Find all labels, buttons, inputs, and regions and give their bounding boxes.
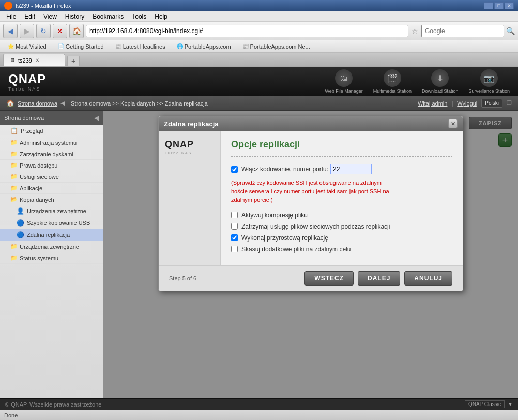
compression-checkbox[interactable] [231,212,238,218]
nav-web-file-manager[interactable]: 🗂 Web File Manager [325,69,362,94]
sidebar-label-kopia: Kopia danych [20,197,54,203]
admin-folder-icon: 📁 [10,139,18,146]
star-icon[interactable]: ☆ [412,27,418,35]
sidebar-item-dyski[interactable]: 📁 Zarządzanie dyskami [0,148,103,160]
qnap-content: Strona domowa ◀ 📋 Przegląd 📁 Administrac… [0,111,518,398]
nav-label-surveillance: Surveillance Station [468,88,510,94]
multimedia-station-icon: 🎬 [384,69,401,87]
tab-label: ts239 [18,57,32,64]
menu-file[interactable]: File [2,12,20,21]
sidebar-label-urzadzenia: Urządzenia zewnętrzne [27,208,86,214]
sidebar-item-kopia[interactable]: 📂 Kopia danych [0,194,103,205]
step-text: Step 5 of 6 [169,275,196,281]
topbar-collapse-btn[interactable]: ◀ [60,100,65,107]
window-controls[interactable]: _ □ ✕ [484,2,514,9]
back-button[interactable]: WSTECZ [304,271,354,286]
footer-classic-btn[interactable]: QNAP Classic [465,400,505,408]
new-tab-button[interactable]: + [67,56,80,66]
forward-button[interactable]: ▶ [20,24,34,38]
delete-checkbox[interactable] [231,246,238,252]
home-button[interactable]: 🏠 [69,24,84,38]
encryption-checkbox[interactable] [231,166,238,173]
maximize-button[interactable]: □ [494,2,504,9]
stop-service-checkbox[interactable] [231,223,238,230]
footer-copyright: © QNAP, Wszelkie prawa zastrzeżone [5,401,101,408]
nav-label-web-file: Web File Manager [325,88,362,94]
modal-buttons: WSTECZ DALEJ ANULUJ [304,271,452,286]
reload-button[interactable]: ↻ [36,24,51,38]
sidebar-toggle[interactable]: Strona domowa ◀ [0,111,103,125]
cancel-button[interactable]: ANULUJ [404,271,452,286]
nav-multimedia-station[interactable]: 🎬 Multimedia Station [373,69,412,94]
topbar-expand-icon[interactable]: ❐ [507,100,512,107]
sidebar-item-status[interactable]: 📁 Status systemu [0,252,103,264]
language-selector[interactable]: Polski [481,99,502,108]
qnap-header: QNAP Turbo NAS 🗂 Web File Manager 🎬 Mult… [0,67,518,96]
modal-sidebar-logo: QNAP Turbo NAS [159,131,221,265]
bookmark-headlines[interactable]: 📰 Latest Headlines [111,41,170,52]
przeglad-icon: 📋 [10,127,18,134]
nav-surveillance-station[interactable]: 📷 Surveillance Station [468,69,510,94]
qnap-subtitle: Turbo NAS [8,86,46,92]
back-button[interactable]: ◀ [3,24,18,38]
option-row-delete: Skasuj dodatkowe pliki na zdalnym celu [231,246,452,253]
menu-help[interactable]: Help [150,12,172,21]
sidebar-item-zdalna[interactable]: 🔵 Zdalna replikacja [0,229,103,241]
menu-history[interactable]: History [61,12,88,21]
surveillance-station-icon: 📷 [480,69,498,87]
sidebar-item-przeglad[interactable]: 📋 Przegląd [0,125,103,137]
stop-button[interactable]: ✕ [53,24,67,38]
menu-tools[interactable]: Tools [128,12,150,21]
menu-bookmarks[interactable]: Bookmarks [88,12,128,21]
portableapps-icon: 🌐 [177,43,183,49]
encryption-label: Włącz kodowanie, numer portu: [241,166,328,173]
address-bar[interactable] [86,25,408,37]
bookmarks-bar: ⭐ Most Visited 📄 Getting Started 📰 Lates… [0,40,518,53]
web-file-manager-icon: 🗂 [335,69,353,87]
sidebar-item-admin[interactable]: 📁 Administracja systemu [0,137,103,148]
sidebar-item-uslugi[interactable]: 📁 Usługi sieciowe [0,171,103,183]
sidebar-item-usb[interactable]: 🔵 Szybkie kopiowanie USB [0,217,103,229]
page-footer: © QNAP, Wszelkie prawa zastrzeżone QNAP … [0,398,518,410]
nav-download-station[interactable]: ⬇ Download Station [422,69,459,94]
ssh-warning-line2: hoście serwera i czy numer portu jest ta… [231,188,389,194]
incremental-checkbox[interactable] [231,234,238,241]
bookmark-most-visited[interactable]: ⭐ Most Visited [3,41,51,52]
kopia-folder-icon: 📂 [10,196,18,203]
tab-ts239[interactable]: 🖥 ts239 ✕ [3,54,65,66]
modal-title: Zdalna replikacja [164,120,219,128]
topbar-home-link[interactable]: Strona domowa [18,100,57,107]
sidebar-item-urzadzenia[interactable]: 📁 Urządzenia zewnętrzne [0,241,103,252]
search-bar[interactable] [421,25,504,37]
sidebar-label-prawa: Prawa dostępu [20,162,57,169]
portableapps-ne-icon: 📰 [242,43,249,49]
menu-edit[interactable]: Edit [20,12,39,21]
modal-main-content: Opcje replikacji Włącz kodowanie, numer … [221,131,463,265]
menu-view[interactable]: View [39,12,61,21]
qnap-topbar: 🏠 Strona domowa ◀ Strona domowa >> Kopia… [0,96,518,111]
search-icon[interactable]: 🔍 [506,27,515,35]
bookmark-getting-started[interactable]: 📄 Getting Started [53,41,109,52]
tab-close-button[interactable]: ✕ [35,57,39,63]
port-input[interactable] [330,164,372,174]
modal-close-button[interactable]: ✕ [448,119,458,128]
qnap-nav-icons: 🗂 Web File Manager 🎬 Multimedia Station … [325,69,510,94]
logout-link[interactable]: Wyloguj [457,100,477,107]
tab-favicon: 🖥 [10,57,15,63]
next-button[interactable]: DALEJ [358,271,400,286]
sidebar-item-aplikacje[interactable]: 📁 Aplikacje [0,183,103,194]
bookmark-portableapps-ne[interactable]: 📰 PortableApps.com Ne... [238,41,315,52]
sidebar-collapse-icon[interactable]: ◀ [94,114,99,122]
close-button[interactable]: ✕ [505,2,514,9]
minimize-button[interactable]: _ [484,2,493,9]
topbar-left: 🏠 Strona domowa ◀ [6,99,65,107]
ssh-warning: (Sprawdź czy kodowanie SSH jest obsługiw… [231,178,452,204]
bookmark-icon: ⭐ [8,43,14,49]
sidebar-item-prawa[interactable]: 📁 Prawa dostępu [0,160,103,171]
sidebar-label-aplikacje: Aplikacje [20,185,42,191]
footer-dropdown-icon[interactable]: ▼ [508,401,513,407]
delete-label: Skasuj dodatkowe pliki na zdalnym celu [241,246,351,253]
footer-right: QNAP Classic ▼ [465,400,513,408]
sidebar-item-urzadzenia-zew[interactable]: 👤 Urządzenia zewnętrzne [0,205,103,217]
bookmark-portableapps[interactable]: 🌐 PortableApps.com [172,41,236,52]
